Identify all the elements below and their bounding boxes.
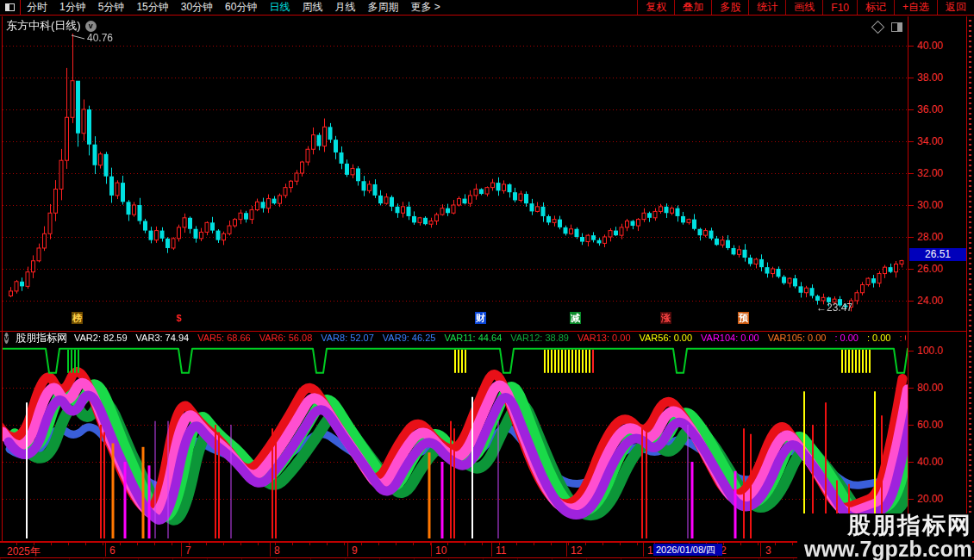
- toolbar-button-0[interactable]: 复权: [637, 0, 674, 15]
- toolbar-button-7[interactable]: +自选: [894, 0, 937, 15]
- indicator-value-8: VAR13: 0.00: [578, 333, 631, 343]
- toolbar-button-5[interactable]: F10: [822, 0, 857, 15]
- time-axis-label: 7: [185, 544, 191, 557]
- time-axis-separator: [431, 543, 432, 557]
- price-axis-label: 32.00: [917, 167, 943, 179]
- indicator-value-13: : 0.00: [867, 333, 891, 343]
- indicator-value-1: VAR3: 74.94: [136, 333, 190, 343]
- indicator-value-9: VAR56: 0.00: [640, 333, 693, 343]
- period-tab-9[interactable]: 多周期: [361, 0, 404, 15]
- time-axis-label: 3: [765, 544, 771, 557]
- low-price-annotation: ←23.47: [816, 302, 852, 314]
- indicator-value-4: VAR8: 52.07: [321, 333, 374, 343]
- period-tab-6[interactable]: 日线: [263, 0, 296, 15]
- price-axis-label: 28.00: [917, 231, 943, 243]
- time-axis-label: 6: [109, 544, 116, 557]
- period-tab-8[interactable]: 月线: [328, 0, 361, 15]
- time-axis-label: 9: [352, 544, 358, 557]
- split-pane-icon[interactable]: [891, 22, 902, 32]
- toolbar-right: 复权叠加多股统计画线F10标记+自选返回: [637, 0, 974, 15]
- time-axis-label: 11: [496, 544, 506, 557]
- time-axis-separator: [491, 543, 492, 557]
- window-split-icon[interactable]: [0, 0, 21, 16]
- chevron-down-icon[interactable]: v: [85, 21, 97, 32]
- toolbar-button-6[interactable]: 标记: [857, 0, 894, 15]
- indicator-axis-label: 60.00: [917, 419, 943, 431]
- event-marker-icon[interactable]: 榜: [72, 312, 83, 324]
- price-axis-label: 36.00: [917, 103, 943, 115]
- time-axis-separator: [181, 543, 182, 557]
- stock-title: 东方中科(日线): [6, 18, 81, 34]
- period-tab-1[interactable]: 1分钟: [53, 0, 92, 15]
- indicator-values: VAR2: 82.59VAR3: 74.94VAR5: 68.66VAR6: 5…: [74, 333, 906, 343]
- toolbar-button-8[interactable]: 返回: [937, 0, 974, 15]
- time-axis-label: 12: [571, 544, 582, 557]
- candlestick-canvas[interactable]: [3, 16, 908, 331]
- chart-corner-icons: [873, 22, 902, 32]
- indicator-chevron-icon[interactable]: v: [4, 333, 9, 344]
- strip-glyphs: [969, 20, 971, 537]
- indicator-value-0: VAR2: 82.59: [74, 333, 128, 343]
- indicator-axis-label: 20.00: [917, 493, 943, 505]
- time-axis-label: 10: [435, 544, 446, 557]
- diamond-icon[interactable]: [871, 21, 885, 34]
- indicator-axis-label: 80.00: [917, 382, 943, 394]
- time-axis-separator: [270, 543, 271, 557]
- candlestick-pane[interactable]: 东方中科(日线) v 40.76 ←23.47 榜$财减涨预: [2, 16, 908, 332]
- period-tab-4[interactable]: 30分钟: [175, 0, 219, 15]
- current-price-badge: 26.51: [909, 248, 966, 261]
- event-marker-icon[interactable]: 减: [570, 312, 581, 324]
- high-price-annotation: 40.76: [87, 32, 113, 44]
- watermark: 股朋指标网 www.7gpzb.com: [797, 513, 972, 560]
- indicator-value-14: : 0.00: [900, 333, 907, 343]
- time-axis-separator: [643, 543, 644, 557]
- indicator-name: 股朋指标网: [16, 332, 67, 344]
- indicator-canvas[interactable]: [3, 332, 908, 541]
- time-axis-separator: [760, 543, 761, 557]
- watermark-url: www.7gpzb.com: [804, 538, 972, 560]
- watermark-site-name: 股朋指标网: [804, 513, 972, 538]
- toolbar-button-4[interactable]: 画线: [785, 0, 822, 15]
- event-marker-icon[interactable]: 财: [475, 312, 486, 324]
- indicator-pane[interactable]: v 股朋指标网 VAR2: 82.59VAR3: 74.94VAR5: 68.6…: [2, 332, 908, 541]
- indicator-axis-label: 100.0: [917, 345, 943, 357]
- period-tabs: 分时1分钟5分钟15分钟30分钟60分钟日线周线月线多周期更多 >: [21, 0, 446, 15]
- period-tab-3[interactable]: 15分钟: [130, 0, 174, 15]
- indicator-value-5: VAR9: 46.25: [383, 333, 436, 343]
- indicator-header: v 股朋指标网 VAR2: 82.59VAR3: 74.94VAR5: 68.6…: [4, 332, 906, 344]
- indicator-value-12: : 0.00: [834, 333, 858, 343]
- indicator-value-3: VAR6: 56.08: [259, 333, 313, 343]
- price-axis-label: 24.00: [917, 295, 943, 307]
- toolbar-button-3[interactable]: 统计: [748, 0, 785, 15]
- crosshair-date-badge: 2026/01/08/四: [653, 544, 722, 556]
- menubar: 分时1分钟5分钟15分钟30分钟60分钟日线周线月线多周期更多 > 复权叠加多股…: [0, 0, 974, 16]
- toolbar-button-2[interactable]: 多股: [711, 0, 748, 15]
- period-tab-10[interactable]: 更多 >: [404, 0, 446, 15]
- price-axis: 40.0038.0036.0034.0032.0030.0028.0026.00…: [908, 16, 967, 541]
- period-tab-0[interactable]: 分时: [21, 0, 53, 15]
- event-marker-icon[interactable]: 预: [738, 312, 749, 324]
- time-axis-separator: [347, 543, 348, 557]
- collapsed-side-strip[interactable]: [967, 16, 974, 541]
- period-tab-2[interactable]: 5分钟: [92, 0, 131, 15]
- price-axis-label: 34.00: [917, 135, 943, 147]
- indicator-value-2: VAR5: 68.66: [197, 333, 251, 343]
- price-axis-label: 38.00: [917, 72, 943, 84]
- indicator-value-6: VAR11: 44.64: [444, 333, 502, 343]
- time-axis-label: 8: [274, 544, 280, 557]
- indicator-value-10: VAR104: 0.00: [701, 333, 759, 343]
- chart-title-row: 东方中科(日线) v: [6, 18, 97, 34]
- indicator-value-11: VAR105: 0.00: [768, 333, 827, 343]
- time-axis-label: 1: [647, 544, 653, 557]
- event-marker-icon[interactable]: $: [173, 312, 184, 324]
- trading-app-window: 分时1分钟5分钟15分钟30分钟60分钟日线周线月线多周期更多 > 复权叠加多股…: [0, 0, 974, 560]
- price-axis-label: 30.00: [917, 199, 943, 211]
- price-axis-label: 40.00: [917, 40, 943, 52]
- event-marker-icon[interactable]: 涨: [660, 312, 671, 324]
- period-tab-7[interactable]: 周线: [296, 0, 328, 15]
- time-axis-label: 2025年: [7, 544, 41, 559]
- period-tab-5[interactable]: 60分钟: [219, 0, 263, 15]
- indicator-value-7: VAR12: 38.89: [510, 333, 569, 343]
- toolbar-button-1[interactable]: 叠加: [674, 0, 711, 15]
- indicator-axis-label: 40.00: [917, 456, 943, 468]
